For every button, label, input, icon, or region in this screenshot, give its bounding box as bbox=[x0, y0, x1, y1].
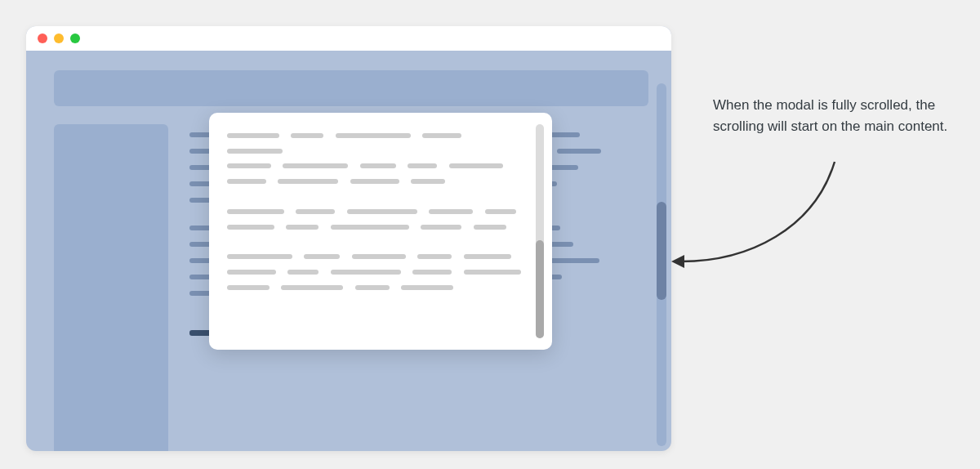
placeholder-line bbox=[278, 179, 338, 184]
placeholder-line bbox=[464, 254, 511, 259]
placeholder-line bbox=[227, 133, 279, 138]
placeholder-line bbox=[347, 209, 417, 214]
browser-window bbox=[26, 26, 671, 451]
placeholder-line bbox=[291, 133, 323, 138]
placeholder-line bbox=[227, 179, 266, 184]
placeholder-line bbox=[449, 163, 503, 168]
window-titlebar bbox=[26, 26, 671, 51]
page-header-placeholder bbox=[54, 70, 648, 106]
placeholder-line bbox=[286, 225, 318, 230]
placeholder-line bbox=[417, 254, 452, 259]
page-scrollbar-track[interactable] bbox=[657, 83, 666, 446]
placeholder-line bbox=[350, 179, 399, 184]
placeholder-line bbox=[296, 209, 335, 214]
placeholder-line bbox=[360, 163, 396, 168]
placeholder-line bbox=[352, 254, 406, 259]
placeholder-line bbox=[227, 270, 276, 275]
modal-scrollbar-thumb[interactable] bbox=[536, 240, 544, 338]
placeholder-line bbox=[422, 133, 461, 138]
placeholder-line bbox=[283, 163, 348, 168]
placeholder-line bbox=[227, 225, 274, 230]
close-icon[interactable] bbox=[38, 34, 47, 43]
placeholder-line bbox=[304, 254, 340, 259]
placeholder-line bbox=[331, 270, 401, 275]
placeholder-line bbox=[401, 285, 453, 290]
modal-content-placeholder bbox=[227, 132, 531, 300]
placeholder-line bbox=[429, 209, 473, 214]
placeholder-line bbox=[331, 225, 409, 230]
placeholder-line bbox=[411, 179, 445, 184]
placeholder-line bbox=[464, 270, 521, 275]
placeholder-line bbox=[421, 225, 461, 230]
placeholder-line bbox=[227, 285, 270, 290]
placeholder-line bbox=[412, 270, 452, 275]
placeholder-line bbox=[227, 149, 283, 154]
placeholder-line bbox=[557, 149, 601, 154]
placeholder-line bbox=[336, 133, 411, 138]
placeholder-line bbox=[355, 285, 390, 290]
page-scrollbar-thumb[interactable] bbox=[657, 202, 666, 300]
placeholder-line bbox=[227, 254, 292, 259]
modal-dialog bbox=[209, 113, 552, 350]
placeholder-line bbox=[227, 209, 284, 214]
maximize-icon[interactable] bbox=[70, 34, 80, 43]
placeholder-line bbox=[227, 163, 271, 168]
placeholder-line bbox=[287, 270, 318, 275]
placeholder-line bbox=[408, 163, 437, 168]
annotation-text: When the modal is fully scrolled, the sc… bbox=[713, 95, 954, 136]
svg-marker-0 bbox=[671, 255, 684, 268]
annotation-arrow-icon bbox=[671, 155, 859, 294]
sidebar-placeholder bbox=[54, 124, 168, 451]
placeholder-line bbox=[474, 225, 506, 230]
modal-scrollbar-track[interactable] bbox=[536, 124, 544, 338]
placeholder-line bbox=[485, 209, 516, 214]
placeholder-line bbox=[281, 285, 343, 290]
placeholder-line bbox=[546, 258, 599, 263]
minimize-icon[interactable] bbox=[54, 34, 64, 43]
